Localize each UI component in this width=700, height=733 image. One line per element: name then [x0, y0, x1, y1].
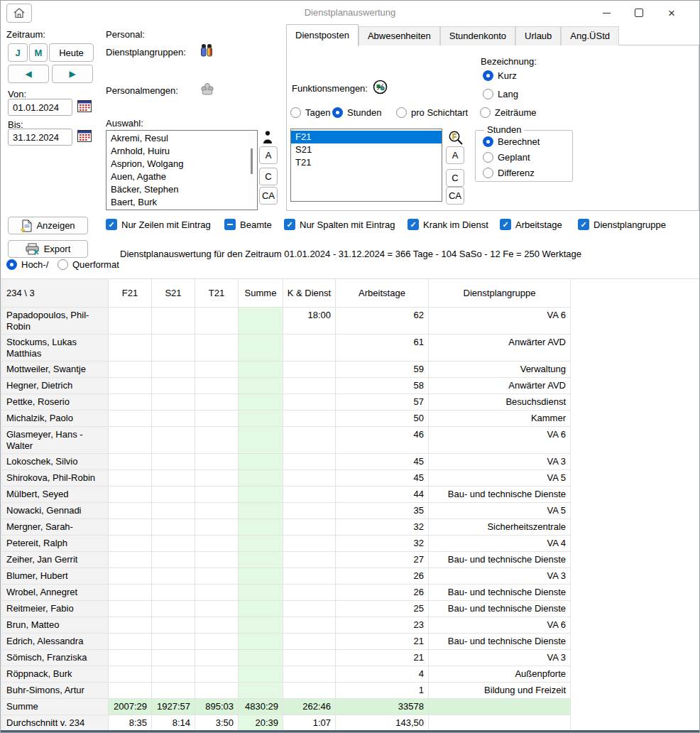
table-row: Wrobel, Annegret26Bau- und technische Di… — [2, 585, 571, 601]
cell — [195, 503, 239, 519]
row-name: Zeiher, Jan Gerrit — [2, 552, 109, 568]
unit-option-zeiträume[interactable]: Zeiträume — [480, 107, 537, 118]
stunden-radio-berechnet[interactable] — [483, 136, 493, 147]
minimize-button[interactable] — [590, 4, 623, 22]
stunden-option-berechnet[interactable]: Berechnet — [483, 136, 540, 147]
auswahl-list-item[interactable]: Auen, Agathe — [106, 170, 257, 183]
orientation-radio-querformat[interactable] — [58, 259, 68, 270]
checkbox-box-nur-spalten-mit-eintrag[interactable] — [284, 219, 295, 230]
column-header-k-dienst: K & Dienst — [283, 279, 336, 308]
window-controls: × — [590, 4, 688, 22]
bezeichnung-radio-group: KurzLang — [483, 70, 568, 107]
checkbox-krank-im-dienst[interactable]: Krank im Dienst — [408, 219, 488, 230]
function-button-c[interactable]: C — [446, 169, 464, 187]
bis-input[interactable] — [8, 129, 72, 146]
orientation-option-hoch[interactable]: Hoch-/ — [6, 259, 48, 270]
cell: Außenpforte — [429, 666, 571, 683]
tab-abwesenheiten[interactable]: Abwesenheiten — [359, 26, 440, 45]
cell: 32 — [336, 519, 429, 536]
checkbox-box-nur-zeilen-mit-eintrag[interactable] — [106, 219, 117, 230]
unit-option-tagen[interactable]: Tagen — [290, 107, 330, 118]
tab-stundenkonto[interactable]: Stundenkonto — [440, 26, 515, 45]
function-list-item[interactable]: S21 — [291, 143, 442, 156]
checkbox-box-dienstplangruppe[interactable] — [578, 219, 589, 230]
stunden-radio-geplant[interactable] — [483, 152, 493, 163]
radio-label: Zeiträume — [495, 107, 537, 118]
stunden-radio-differenz[interactable] — [483, 168, 493, 178]
stunden-option-geplant[interactable]: Geplant — [483, 152, 530, 163]
cell — [239, 335, 283, 362]
cell: VA 6 — [429, 427, 571, 454]
unit-radio-zeiträume[interactable] — [480, 107, 491, 118]
orientation-radio-hoch[interactable] — [6, 259, 17, 270]
auswahl-list-item[interactable]: Baert, Burk — [106, 196, 257, 209]
funktionsmengen-icon[interactable] — [373, 80, 388, 94]
auswahl-scrollbar[interactable] — [248, 131, 256, 209]
cell: 4 — [336, 666, 429, 683]
cell — [195, 470, 239, 487]
function-button-ca[interactable]: CA — [446, 187, 464, 205]
auswahl-list-item[interactable]: Akremi, Resul — [106, 132, 257, 145]
personalmengen-group-icon[interactable] — [200, 82, 214, 95]
cell — [109, 601, 152, 617]
bezeichnung-option-lang[interactable]: Lang — [483, 89, 518, 99]
tab-dienstposten[interactable]: Dienstposten — [286, 24, 359, 47]
dienstplangruppen-binoculars-icon[interactable] — [200, 43, 213, 58]
function-search-icon[interactable]: F — [448, 130, 464, 146]
checkbox-dienstplangruppe[interactable]: Dienstplangruppe — [578, 219, 666, 230]
cell — [109, 536, 152, 552]
function-list-item[interactable]: T21 — [291, 156, 442, 169]
auswahl-list-item[interactable]: Arnhold, Huiru — [106, 145, 257, 158]
checkbox-nur-zeilen-mit-eintrag[interactable]: Nur Zeilen mit Eintrag — [106, 219, 211, 230]
auswahl-list-item[interactable]: Bäcker, Stephen — [106, 183, 257, 196]
cell — [239, 378, 283, 394]
month-button[interactable]: M — [29, 43, 48, 62]
checkbox-arbeitstage[interactable]: Arbeitstage — [500, 219, 562, 230]
orientation-option-querformat[interactable]: Querformat — [58, 259, 119, 270]
stunden-option-differenz[interactable]: Differenz — [483, 168, 535, 178]
checkbox-nur-spalten-mit-eintrag[interactable]: Nur Spalten mit Eintrag — [284, 219, 395, 230]
tab-ang-üstd[interactable]: Ang.ÜStd — [561, 26, 619, 45]
auswahl-button-c[interactable]: C — [259, 168, 278, 185]
cell: VA 5 — [429, 470, 571, 487]
today-button[interactable]: Heute — [49, 43, 94, 62]
functions-listbox[interactable]: F21S21T21 — [290, 129, 442, 202]
bezeichnung-radio-lang[interactable] — [483, 89, 493, 99]
cell — [152, 617, 195, 634]
export-button[interactable]: Export — [8, 240, 88, 258]
month-button-label: M — [35, 48, 43, 58]
unit-option-pro-schichtart[interactable]: pro Schichtart — [396, 107, 468, 118]
bezeichnung-radio-kurz[interactable] — [483, 70, 493, 81]
maximize-button[interactable] — [623, 4, 655, 22]
prev-button[interactable]: ◀ — [8, 65, 49, 83]
function-list-item[interactable]: F21 — [291, 131, 442, 143]
checkbox-beamte[interactable]: Beamte — [224, 219, 272, 230]
cell: VA 3 — [429, 650, 571, 666]
bezeichnung-option-kurz[interactable]: Kurz — [483, 70, 517, 81]
cell — [109, 650, 152, 666]
person-icon[interactable] — [263, 131, 273, 143]
auswahl-scrollbar-thumb[interactable] — [251, 148, 253, 174]
unit-radio-stunden[interactable] — [332, 107, 343, 118]
checkbox-label: Beamte — [240, 219, 272, 230]
today-button-label: Heute — [59, 48, 84, 58]
checkbox-box-arbeitstage[interactable] — [500, 219, 511, 230]
bis-calendar-icon[interactable] — [77, 129, 92, 142]
auswahl-listbox[interactable]: Akremi, ResulArnhold, HuiruAsprion, Wolg… — [106, 130, 258, 210]
year-button[interactable]: J — [8, 43, 28, 62]
unit-radio-tagen[interactable] — [290, 107, 301, 118]
stunden-groupbox: Stunden BerechnetGeplantDifferenz — [475, 130, 573, 182]
checkbox-label: Dienstplangruppe — [594, 219, 666, 230]
unit-radio-pro-schichtart[interactable] — [396, 107, 407, 118]
auswahl-list-item[interactable]: Asprion, Wolgang — [106, 158, 257, 170]
cell: 26 — [336, 585, 429, 601]
next-button[interactable]: ▶ — [52, 65, 93, 83]
unit-option-stunden[interactable]: Stunden — [332, 107, 381, 118]
checkbox-box-krank-im-dienst[interactable] — [408, 219, 419, 230]
function-button-a[interactable]: A — [446, 146, 464, 164]
close-button[interactable]: × — [655, 4, 688, 22]
auswahl-button-ca[interactable]: CA — [259, 187, 278, 205]
tab-urlaub[interactable]: Urlaub — [515, 26, 561, 45]
checkbox-box-beamte[interactable] — [224, 219, 236, 230]
auswahl-button-a[interactable]: A — [259, 146, 278, 164]
